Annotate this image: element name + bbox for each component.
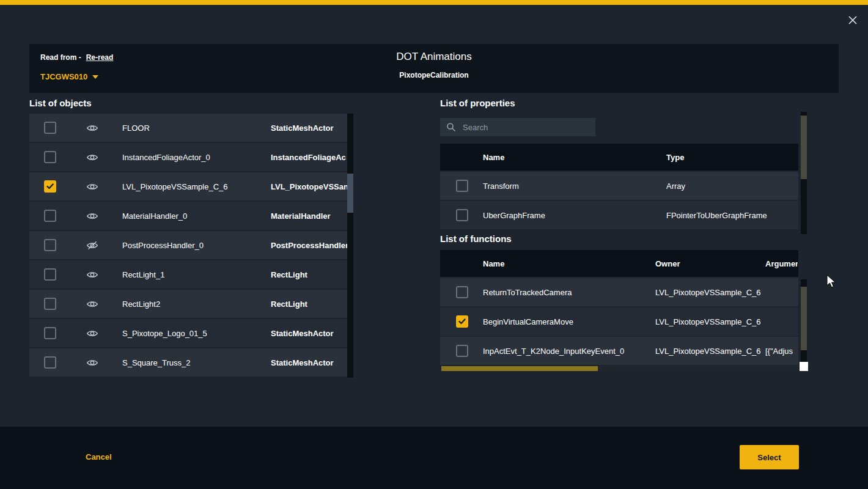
object-row[interactable]: MaterialHandler_0 MaterialHandler	[29, 202, 353, 230]
eye-icon[interactable]	[86, 202, 98, 230]
object-type: StaticMeshActor	[271, 348, 351, 377]
objects-heading: List of objects	[29, 98, 92, 108]
checkbox[interactable]	[456, 345, 468, 357]
checkbox[interactable]	[456, 209, 468, 221]
properties-scrollbar[interactable]	[801, 112, 807, 234]
checkbox[interactable]	[44, 210, 56, 222]
object-name: S_Square_Truss_2	[122, 348, 191, 377]
object-row[interactable]: S_Pixotope_Logo_01_5 StaticMeshActor	[29, 319, 353, 347]
dialog-footer	[0, 427, 868, 489]
functions-heading: List of functions	[440, 233, 512, 244]
property-row[interactable]: UberGraphFrame FPointerToUberGraphFrame	[440, 201, 798, 229]
function-owner: LVL_PixotopeVSSample_C_6	[655, 278, 761, 306]
function-name: ReturnToTrackedCamera	[483, 278, 572, 306]
object-row[interactable]: LVL_PixotopeVSSample_C_6 LVL_PixotopeVSS…	[29, 172, 353, 200]
checkbox[interactable]	[44, 268, 56, 281]
accent-topbar	[0, 0, 868, 5]
eye-icon[interactable]	[86, 290, 98, 318]
function-owner: LVL_PixotopeVSSample_C_6	[655, 337, 761, 365]
object-type: PostProcessHandler	[271, 231, 351, 259]
object-name: MaterialHandler_0	[122, 202, 187, 230]
checkbox[interactable]	[456, 180, 468, 192]
object-row[interactable]: RectLight2 RectLight	[29, 290, 353, 318]
function-arguments	[765, 307, 798, 336]
function-name: InpActEvt_T_K2Node_InputKeyEvent_0	[483, 337, 624, 365]
object-row[interactable]: RectLight_1 RectLight	[29, 260, 353, 289]
scrollbar-thumb[interactable]	[801, 116, 807, 179]
scrollbar-thumb[interactable]	[801, 287, 807, 350]
object-name: RectLight2	[122, 290, 160, 318]
checkbox[interactable]	[456, 315, 468, 328]
functions-header-row: Name Owner Arguments	[440, 250, 798, 277]
mouse-cursor	[826, 274, 839, 292]
property-row[interactable]: Transform Array	[440, 172, 798, 200]
checkbox[interactable]	[44, 298, 56, 310]
column-header-name: Name	[483, 144, 504, 171]
eye-icon[interactable]	[86, 348, 98, 377]
checkbox[interactable]	[44, 356, 56, 369]
properties-header-row: Name Type	[440, 144, 798, 171]
properties-heading: List of properties	[440, 98, 515, 108]
object-name: LVL_PixotopeVSSample_C_6	[122, 172, 228, 200]
column-header-owner: Owner	[655, 250, 680, 277]
object-row[interactable]: PostProcessHandler_0 PostProcessHandler	[29, 231, 353, 259]
function-owner: LVL_PixotopeVSSample_C_6	[655, 307, 761, 336]
scrollbar-corner	[800, 362, 808, 371]
eye-icon[interactable]	[86, 172, 98, 200]
object-type: RectLight	[271, 260, 351, 289]
eye-icon[interactable]	[86, 114, 98, 142]
objects-scrollbar[interactable]	[347, 114, 353, 378]
eye-icon[interactable]	[86, 260, 98, 289]
eye-icon[interactable]	[86, 319, 98, 347]
object-type: MaterialHandler	[271, 202, 351, 230]
function-row[interactable]: ReturnToTrackedCamera LVL_PixotopeVSSamp…	[440, 278, 798, 306]
checkbox[interactable]	[44, 122, 56, 134]
column-header-arguments: Arguments	[765, 250, 798, 277]
function-row[interactable]: BeginVirtualCameraMove LVL_PixotopeVSSam…	[440, 307, 798, 336]
object-row[interactable]: InstancedFoliageActor_0 InstancedFoliage…	[29, 143, 353, 171]
object-name: InstancedFoliageActor_0	[122, 143, 210, 171]
object-name: RectLight_1	[122, 260, 164, 289]
object-type: StaticMeshActor	[271, 114, 351, 142]
select-button[interactable]: Select	[740, 445, 799, 469]
function-arguments: [{"Adjus	[765, 337, 798, 365]
checkbox[interactable]	[44, 151, 56, 163]
cancel-button[interactable]: Cancel	[86, 452, 112, 461]
header-titles: DOT Animations PixotopeCalibration	[29, 51, 839, 79]
checkbox[interactable]	[44, 180, 56, 193]
object-row[interactable]: FLOOR StaticMeshActor	[29, 114, 353, 142]
objects-list: FLOOR StaticMeshActor InstancedFoliageAc…	[29, 114, 353, 378]
function-row[interactable]: InpActEvt_T_K2Node_InputKeyEvent_0 LVL_P…	[440, 337, 798, 365]
checkbox[interactable]	[456, 286, 468, 298]
search-icon	[446, 122, 456, 132]
dialog-title: DOT Animations	[29, 51, 839, 63]
object-name: PostProcessHandler_0	[122, 231, 204, 259]
functions-horizontal-scrollbar[interactable]	[441, 366, 798, 371]
checkbox[interactable]	[44, 239, 56, 251]
function-name: BeginVirtualCameraMove	[483, 307, 573, 336]
scrollbar-thumb[interactable]	[441, 366, 598, 371]
functions-scrollbar[interactable]	[801, 279, 807, 362]
close-icon[interactable]	[846, 13, 859, 27]
property-name: Transform	[483, 172, 519, 200]
eye-slash-icon[interactable]	[86, 231, 98, 259]
object-type: StaticMeshActor	[271, 319, 351, 347]
function-arguments	[765, 278, 798, 306]
object-name: S_Pixotope_Logo_01_5	[122, 319, 207, 347]
checkbox[interactable]	[44, 327, 56, 339]
column-header-type: Type	[666, 144, 684, 171]
object-type: RectLight	[271, 290, 351, 318]
property-type: Array	[666, 172, 685, 200]
functions-list: Name Owner Arguments ReturnToTrackedCame…	[440, 250, 798, 366]
object-type: InstancedFoliageAc	[271, 143, 351, 171]
property-name: UberGraphFrame	[483, 201, 545, 229]
eye-icon[interactable]	[86, 143, 98, 171]
scrollbar-thumb[interactable]	[347, 174, 353, 213]
object-row[interactable]: S_Square_Truss_2 StaticMeshActor	[29, 348, 353, 377]
properties-search	[440, 118, 595, 136]
dialog: Read from -Re-read TJCGWS010 DOT Animati…	[0, 0, 868, 489]
properties-list: Name Type Transform Array UberGraphFrame…	[440, 144, 798, 230]
object-name: FLOOR	[122, 114, 150, 142]
search-input[interactable]	[462, 122, 589, 133]
dialog-subtitle: PixotopeCalibration	[29, 71, 839, 79]
